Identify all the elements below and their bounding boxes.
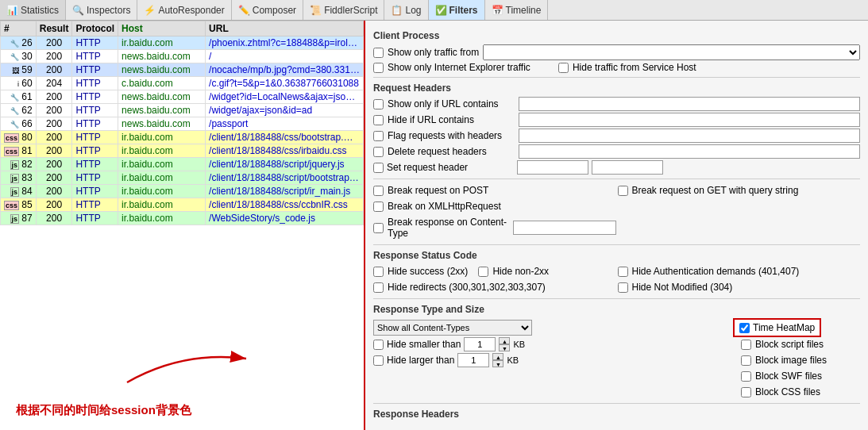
tab-filters[interactable]: ✅ Filters	[429, 0, 485, 20]
show-url-contains-checkbox[interactable]	[373, 99, 384, 109]
block-checks: Block script files Block image files Blo…	[741, 337, 860, 399]
table-row[interactable]: css 80 200 HTTP ir.baidu.com /client/18/…	[1, 131, 364, 144]
statistics-icon: 📊	[6, 5, 18, 16]
table-row[interactable]: 🔧 62 200 HTTP news.baidu.com /widget/aja…	[1, 104, 364, 117]
delete-headers-input[interactable]	[519, 144, 860, 159]
larger-spin-up[interactable]: ▲	[492, 353, 503, 360]
set-header-checkbox[interactable]	[373, 163, 384, 173]
col-header-num: #	[1, 21, 37, 36]
hide-success-checkbox[interactable]	[373, 267, 384, 277]
block-image-checkbox[interactable]	[741, 355, 751, 366]
timeheatmap-checkbox[interactable]	[739, 323, 750, 333]
hide-larger-checkbox[interactable]	[373, 355, 384, 366]
table-row[interactable]: 🔧 61 200 HTTP news.baidu.com /widget?id=…	[1, 90, 364, 104]
hide-url-contains-checkbox[interactable]	[373, 115, 384, 125]
block-swf-checkbox[interactable]	[741, 371, 751, 382]
break-content-type-label: Break response on Content-Type	[388, 217, 509, 239]
cell-num: js 83	[1, 171, 37, 185]
break-content-type-checkbox[interactable]	[373, 223, 384, 233]
show-only-from-label: Show only traffic from	[388, 47, 479, 58]
hide-smaller-checkbox[interactable]	[373, 340, 384, 350]
larger-spin-down[interactable]: ▼	[492, 360, 503, 367]
hide-not-modified-checkbox[interactable]	[618, 282, 628, 293]
divider-4	[373, 298, 860, 299]
break-xml-checkbox[interactable]	[373, 202, 384, 212]
table-row[interactable]: js 83 200 HTTP ir.baidu.com /client/18/1…	[1, 171, 364, 185]
content-type-select[interactable]: Show all Content-Types	[373, 320, 532, 336]
show-only-from-checkbox[interactable]	[373, 48, 384, 58]
flag-requests-checkbox[interactable]	[373, 131, 384, 141]
cell-protocol: HTTP	[72, 63, 118, 77]
cell-num: css 80	[1, 131, 37, 144]
show-ie-checkbox[interactable]	[373, 63, 384, 73]
hide-url-contains-input[interactable]	[519, 113, 860, 127]
cell-url: /client/18/188488/css/irbaidu.css	[206, 144, 364, 158]
response-status-title: Response Status Code	[373, 250, 860, 261]
block-css-row: Block CSS files	[741, 386, 860, 397]
delete-headers-checkbox[interactable]	[373, 147, 384, 157]
tab-statistics[interactable]: 📊 Statistics	[0, 0, 66, 20]
status-grid: Hide success (2xx) Hide non-2xx Hide Aut…	[373, 264, 860, 294]
hide-non2xx-checkbox[interactable]	[478, 267, 488, 277]
set-header-input-1[interactable]	[517, 160, 588, 175]
tab-autoresponder[interactable]: ⚡ AutoResponder	[137, 0, 231, 20]
response-type-layout: Show all Content-Types Hide smaller than…	[373, 318, 860, 399]
smaller-spin-down[interactable]: ▼	[499, 344, 510, 351]
break-content-type-input[interactable]	[513, 221, 616, 235]
table-row[interactable]: css 85 200 HTTP ir.baidu.com /client/18/…	[1, 198, 364, 212]
table-row[interactable]: 🔧 26 200 HTTP ir.baidu.com /phoenix.zhtm…	[1, 36, 364, 50]
table-row[interactable]: 🖼 59 200 HTTP news.baidu.com /nocache/mp…	[1, 63, 364, 77]
tab-composer[interactable]: ✏️ Composer	[232, 0, 303, 20]
smaller-spin-up[interactable]: ▲	[499, 337, 510, 344]
hide-smaller-input[interactable]	[464, 337, 496, 351]
delete-headers-row: Delete request headers	[373, 144, 860, 159]
show-url-contains-input[interactable]	[519, 97, 860, 111]
cell-host: news.baidu.com	[118, 50, 206, 63]
tab-inspectors[interactable]: 🔍 Inspectors	[66, 0, 137, 20]
block-script-checkbox[interactable]	[741, 340, 751, 350]
inspectors-icon: 🔍	[72, 5, 84, 16]
hide-auth-checkbox[interactable]	[618, 267, 628, 277]
cell-host: ir.baidu.com	[118, 185, 206, 198]
hide-redirects-checkbox[interactable]	[373, 282, 384, 293]
table-row[interactable]: 🔧 66 200 HTTP news.baidu.com /passport	[1, 117, 364, 131]
cell-host: ir.baidu.com	[118, 36, 206, 50]
block-swf-label: Block SWF files	[755, 370, 822, 382]
table-row[interactable]: i 60 204 HTTP c.baidu.com /c.gif?t=5&p=1…	[1, 77, 364, 90]
table-row[interactable]: 🔧 30 200 HTTP news.baidu.com /	[1, 50, 364, 63]
content-type-dropdown-row: Show all Content-Types	[373, 320, 725, 336]
cell-result: 200	[36, 90, 72, 104]
divider-3	[373, 244, 860, 245]
main-area: # Result Protocol Host URL 🔧 26 200 HTTP…	[0, 21, 868, 430]
table-row[interactable]: js 82 200 HTTP ir.baidu.com /client/18/1…	[1, 158, 364, 171]
block-css-checkbox[interactable]	[741, 387, 751, 397]
tab-fiddlerscript[interactable]: 📜 FiddlerScript	[303, 0, 384, 20]
hide-service-host-checkbox[interactable]	[558, 63, 569, 73]
break-post-checkbox[interactable]	[373, 186, 384, 196]
cell-url: /client/18/188488/script/bootstrap.min	[206, 171, 364, 185]
response-type-right: Time HeatMap Block script files Block im…	[733, 318, 860, 399]
col-header-host: Host	[118, 21, 206, 36]
cell-protocol: HTTP	[72, 117, 118, 131]
tab-timeline[interactable]: 📅 Timeline	[485, 0, 549, 20]
set-header-input-2[interactable]	[592, 160, 663, 175]
cell-url: /client/18/188488/css/bootstrap.min.c	[206, 131, 364, 144]
table-row[interactable]: js 84 200 HTTP ir.baidu.com /client/18/1…	[1, 185, 364, 198]
flag-requests-input[interactable]	[519, 129, 860, 143]
cell-num: js 87	[1, 212, 37, 225]
larger-kb: KB	[507, 355, 519, 365]
hide-larger-input[interactable]	[457, 353, 489, 367]
hide-larger-label: Hide larger than	[387, 355, 454, 366]
response-type-left: Show all Content-Types Hide smaller than…	[373, 318, 725, 369]
session-table[interactable]: # Result Protocol Host URL 🔧 26 200 HTTP…	[0, 21, 364, 430]
table-row[interactable]: css 81 200 HTTP ir.baidu.com /client/18/…	[1, 144, 364, 158]
break-get-checkbox[interactable]	[618, 186, 628, 196]
filters-icon: ✅	[435, 5, 447, 16]
process-dropdown[interactable]	[483, 44, 860, 60]
cell-result: 200	[36, 117, 72, 131]
table-row[interactable]: js 87 200 HTTP ir.baidu.com /WebSideStor…	[1, 212, 364, 225]
tab-log[interactable]: 📋 Log	[384, 0, 428, 20]
show-ie-label: Show only Internet Explorer traffic	[388, 62, 530, 73]
divider-5	[373, 403, 860, 404]
breakpoints-grid: Break request on POST Break request on G…	[373, 183, 860, 240]
